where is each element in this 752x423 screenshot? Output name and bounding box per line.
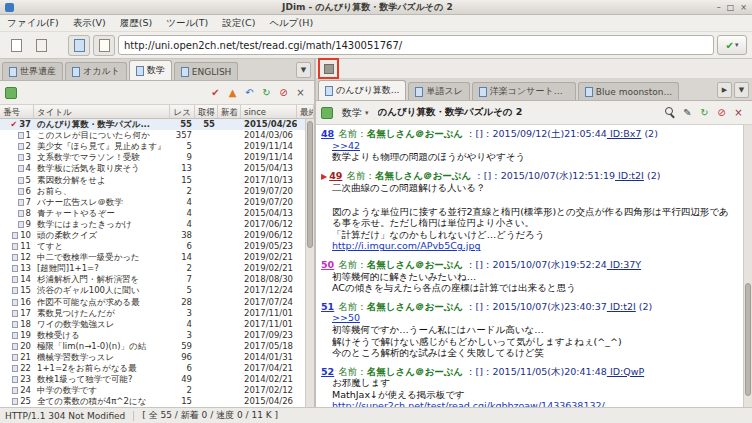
menu-item[interactable]: ツール(T) — [159, 16, 215, 31]
menu-item[interactable]: 履歴(S) — [113, 16, 159, 31]
thread-row[interactable]: 9数学にはまったきっかけ42017/06/12 — [0, 219, 305, 230]
minimize-button[interactable]: – — [717, 3, 721, 12]
thread-tab[interactable]: 単語スレ — [408, 82, 469, 100]
favorites-button[interactable] — [30, 35, 52, 56]
reload-button[interactable]: ↻ — [696, 104, 713, 121]
thread-row[interactable]: 15渋谷のギャル100人に聞い52017/12/24 — [0, 285, 305, 296]
post-id-link[interactable]: ID:t2I — [615, 170, 644, 181]
thread-row[interactable]: 18ワイの数学勉強スレ42017/11/01 — [0, 319, 305, 330]
post-number-link[interactable]: 50 — [321, 259, 334, 270]
check-update-button[interactable]: ✔ — [207, 84, 224, 101]
thread-list: ✔37のんびり算数・数学パズル...55552015/04/261このスレが目に… — [0, 119, 305, 407]
close-button[interactable]: × — [292, 84, 309, 101]
board-tab[interactable]: ENGLISH — [174, 62, 239, 80]
thread-row[interactable]: 10頭の柔軟クイズ382019/06/12 — [0, 230, 305, 241]
thread-tab[interactable]: のんびり算数... — [318, 80, 406, 100]
thread-row[interactable]: 11てすと62019/05/23 — [0, 241, 305, 252]
close-button[interactable]: × — [730, 104, 747, 121]
column-header[interactable]: レス — [170, 105, 195, 118]
board-scrollbar-thumb[interactable] — [307, 121, 313, 248]
thread-row[interactable]: 25全ての素数の積が4π^2にな152015/04/26 — [0, 396, 305, 407]
post-name[interactable]: 名無しさん＠おーぷん — [375, 170, 471, 181]
column-header[interactable]: since — [241, 105, 297, 118]
thread-tab-next-button[interactable]: ▶ — [717, 82, 732, 98]
thread-row[interactable]: 13[超難問]1+1=?22019/02/21 — [0, 263, 305, 274]
thread-row[interactable]: 14杉浦解析入門・解析演習を72018/08/30 — [0, 274, 305, 285]
thread-row[interactable]: 19数検受ける32017/09/23 — [0, 330, 305, 341]
write-button[interactable]: ✎ — [679, 104, 696, 121]
reload-button[interactable]: ↻ — [258, 84, 275, 101]
post-name[interactable]: 名無しさん＠おーぷん — [367, 301, 463, 312]
thread-row[interactable]: 24中学の数学です22017/02/12 — [0, 385, 305, 396]
column-header[interactable]: 取得 — [195, 105, 218, 118]
menu-item[interactable]: 設定(C) — [215, 16, 262, 31]
stop-button[interactable]: ⊘ — [713, 104, 730, 121]
menu-item[interactable]: ファイル(F) — [0, 16, 66, 31]
thread-row[interactable]: 17素数見つけたんだが32017/11/01 — [0, 308, 305, 319]
thread-tab-dropdown-button[interactable]: ▼ — [734, 82, 749, 98]
bbslist-button[interactable] — [5, 35, 27, 56]
back-button[interactable]: ↶ — [241, 84, 258, 101]
stop-button[interactable]: ⊘ — [275, 84, 292, 101]
thread-row[interactable]: 16作図不可能な点が求める最282017/07/24 — [0, 297, 305, 308]
board-scrollbar[interactable] — [305, 119, 314, 407]
post-number-link[interactable]: 52 — [321, 366, 334, 377]
toggle-board-list-button[interactable] — [320, 60, 337, 77]
close-button[interactable]: × — [740, 3, 747, 12]
column-header[interactable]: 最終書込 — [297, 105, 314, 118]
thread-scrollbar-thumb[interactable] — [745, 283, 751, 396]
url-open-button[interactable]: ✔ ▾ — [717, 35, 747, 55]
thread-tab[interactable]: Blue moonston... — [578, 82, 679, 100]
thread-row[interactable]: 12中二で数検準一級受かった142019/02/21 — [0, 252, 305, 263]
board-tab[interactable]: オカルト — [65, 62, 127, 80]
thread-tab-label: のんびり算数... — [336, 84, 399, 97]
post-id-link[interactable]: ID:37Y — [607, 259, 641, 270]
post: 52名前：名無しさん＠おーぷん ：[]：2015/11/05(木)20:41:4… — [321, 366, 738, 407]
thread-row[interactable]: 21機械学習数学っスレ962014/01/31 — [0, 352, 305, 363]
board-select[interactable]: 数学 ▾ — [337, 104, 374, 122]
post-number-link[interactable]: 48 — [321, 128, 334, 139]
cell-number: 25 — [0, 396, 34, 407]
post-number-link[interactable]: 51 — [321, 301, 334, 312]
column-header[interactable]: タイトル — [34, 105, 170, 118]
thread-tab[interactable]: 洋楽コンサートスレ — [472, 82, 576, 100]
post-id-link[interactable]: ID:Bx7 — [607, 128, 642, 139]
thread-row[interactable]: 6お前ら、22019/07/20 — [0, 186, 305, 197]
thread-row[interactable]: 20極限「lim(n→1-0)(n)」の結592017/05/18 — [0, 341, 305, 352]
search-button[interactable] — [662, 104, 679, 121]
thread-row[interactable]: ✔37のんびり算数・数学パズル...55552015/04/26 — [0, 119, 305, 130]
thread-row[interactable]: 1このスレが目についたら何か3572014/03/06 — [0, 130, 305, 141]
column-header[interactable]: 番号 — [0, 105, 34, 118]
post-name[interactable]: 名無しさん＠おーぷん — [367, 128, 463, 139]
board-tab[interactable]: 数学 — [129, 60, 172, 80]
thread-row[interactable]: 2美少女『ほら見て』見止めます』52019/11/14 — [0, 141, 305, 152]
post-link[interactable]: http://i.imgur.com/APvb5Cg.jpg — [332, 240, 481, 251]
board-tab[interactable]: 世界遺産 — [2, 62, 63, 80]
thread-row[interactable]: 5素因数分解をせよ152017/10/13 — [0, 174, 305, 185]
thread-row[interactable]: 7バナー広告スレ＠数学42019/07/20 — [0, 197, 305, 208]
maximize-button[interactable]: □ — [727, 3, 735, 12]
thread-view-button[interactable] — [93, 35, 115, 56]
thread-status-icon — [18, 132, 24, 139]
post-id-link[interactable]: ID:t2I — [607, 301, 636, 312]
thread-row[interactable]: 8青チャートやるぞー42015/04/13 — [0, 208, 305, 219]
post-link[interactable]: >>42 — [332, 140, 360, 151]
post-name[interactable]: 名無しさん＠おーぷん — [367, 366, 463, 377]
board-view-button[interactable] — [68, 35, 90, 56]
thread-row[interactable]: 23数検1級って独学で可能?492014/02/21 — [0, 374, 305, 385]
scroll-up-button[interactable]: ▲ — [224, 84, 241, 101]
column-header[interactable]: 新着 — [218, 105, 241, 118]
menu-item[interactable]: 表示(V) — [66, 16, 113, 31]
post-link[interactable]: >>50 — [332, 312, 360, 323]
thread-scrollbar[interactable] — [743, 125, 752, 407]
url-input[interactable] — [118, 35, 714, 55]
cell-res: 3 — [170, 330, 195, 341]
thread-row[interactable]: 4数学板に活気を取り戻そう132015/04/13 — [0, 163, 305, 174]
menu-item[interactable]: ヘルプ(H) — [262, 16, 320, 31]
thread-row[interactable]: 3文系数学でマラソン！受験92019/11/14 — [0, 152, 305, 163]
post-id-link[interactable]: ID:QwP — [607, 366, 644, 377]
thread-row[interactable]: 221+1=2をお前らがなる最62017/04/21 — [0, 363, 305, 374]
board-tab-dropdown-button[interactable]: ▼ — [296, 62, 311, 78]
post-name[interactable]: 名無しさん＠おーぷん — [367, 259, 463, 270]
post-number-link[interactable]: 49 — [329, 170, 342, 181]
